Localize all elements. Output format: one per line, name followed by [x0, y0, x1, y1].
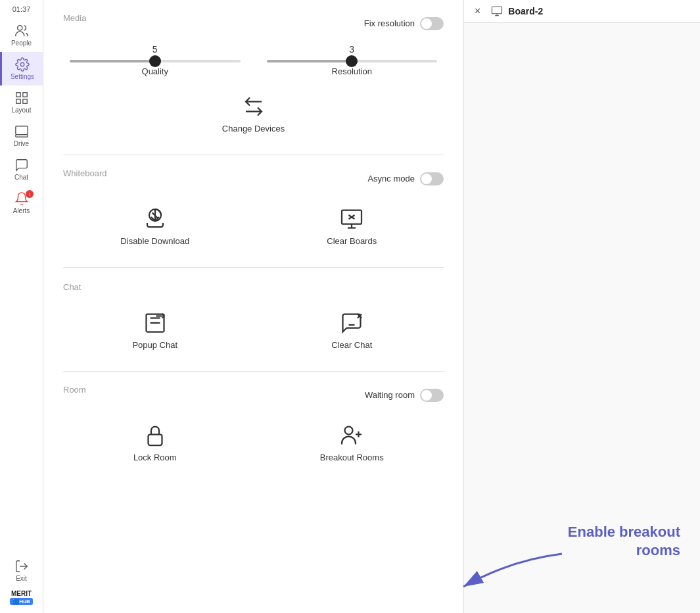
- fix-resolution-row: Fix resolution: [364, 17, 444, 30]
- drive-icon: [14, 124, 29, 139]
- svg-rect-3: [22, 93, 26, 97]
- fix-resolution-toggle[interactable]: [420, 17, 444, 30]
- resolution-slider-group: 3 Resolution: [267, 44, 438, 76]
- svg-rect-5: [22, 99, 26, 103]
- change-devices-icon: [242, 95, 266, 118]
- right-panel: × Board-2 Enable breakout rooms: [464, 0, 700, 613]
- sidebar-item-people-label: People: [11, 39, 32, 47]
- layout-icon: [14, 91, 29, 105]
- popup-chat-button[interactable]: Popup Chat: [63, 303, 247, 358]
- resolution-label: Resolution: [332, 66, 372, 76]
- svg-rect-7: [15, 135, 27, 137]
- clear-chat-label: Clear Chat: [331, 340, 372, 350]
- clear-chat-icon: [340, 311, 363, 335]
- clear-chat-button[interactable]: Clear Chat: [260, 303, 444, 358]
- async-mode-toggle[interactable]: [420, 172, 444, 185]
- resolution-fill: [267, 60, 352, 62]
- disable-download-label: Disable Download: [120, 236, 189, 246]
- async-mode-row: Async mode: [367, 172, 444, 185]
- sidebar-item-settings-label: Settings: [11, 73, 34, 80]
- time-display: 01:37: [12, 5, 31, 13]
- sidebar-item-alerts-label: Alerts: [13, 207, 30, 214]
- clear-boards-label: Clear Boards: [327, 236, 377, 246]
- popup-chat-icon: [143, 311, 167, 335]
- sidebar-item-exit-label: Exit: [16, 575, 27, 582]
- change-devices-label: Change Devices: [222, 124, 285, 134]
- alert-badge: !: [26, 190, 34, 198]
- whiteboard-section-label: Whiteboard: [63, 168, 106, 178]
- svg-point-1: [20, 62, 24, 66]
- media-section: Media Fix resolution 5 Quality 3: [63, 13, 444, 141]
- whiteboard-actions-row: Disable Download Clear Boards: [63, 199, 444, 254]
- settings-panel: Media Fix resolution 5 Quality 3: [43, 0, 464, 613]
- svg-rect-2: [16, 93, 20, 97]
- board-header: × Board-2: [464, 0, 700, 23]
- exit-icon: [14, 559, 29, 574]
- svg-rect-6: [15, 126, 27, 135]
- fix-resolution-label: Fix resolution: [364, 18, 415, 28]
- quality-label: Quality: [142, 66, 168, 76]
- sidebar: 01:37 People Settings Layout: [0, 0, 43, 613]
- resolution-value: 3: [349, 44, 354, 55]
- sidebar-item-layout[interactable]: Layout: [0, 86, 43, 119]
- chat-divider: [63, 371, 444, 372]
- sidebar-item-chat-label: Chat: [14, 174, 28, 181]
- sidebar-item-chat[interactable]: Chat: [0, 153, 43, 186]
- media-divider: [63, 155, 444, 155]
- disable-download-button[interactable]: Disable Download: [63, 199, 247, 254]
- popup-chat-label: Popup Chat: [132, 340, 177, 350]
- sidebar-item-alerts[interactable]: ! Alerts: [0, 186, 43, 220]
- sidebar-item-drive[interactable]: Drive: [0, 119, 43, 153]
- sidebar-item-drive-label: Drive: [14, 140, 29, 147]
- breakout-rooms-label: Breakout Rooms: [320, 453, 384, 462]
- clear-boards-button[interactable]: Clear Boards: [260, 199, 444, 254]
- media-section-label: Media: [63, 13, 86, 23]
- sidebar-item-layout-label: Layout: [11, 107, 31, 114]
- whiteboard-divider: [63, 267, 444, 268]
- sidebar-item-people[interactable]: People: [0, 18, 43, 52]
- sidebar-bottom: Exit MERIT 🟦HuB: [0, 554, 43, 613]
- room-section-label: Room: [63, 385, 86, 395]
- settings-icon: [15, 57, 30, 72]
- svg-rect-20: [148, 435, 162, 446]
- sliders-row: 5 Quality 3 Resolution: [63, 44, 444, 76]
- lock-room-button[interactable]: Lock Room: [63, 416, 247, 470]
- sidebar-item-settings[interactable]: Settings: [0, 52, 43, 86]
- annotation-container: Enable breakout rooms: [536, 523, 680, 560]
- people-icon: [14, 24, 29, 38]
- svg-point-21: [345, 427, 353, 435]
- waiting-room-toggle[interactable]: [420, 389, 444, 402]
- room-actions-row: Lock Room Breakout Rooms: [63, 416, 444, 470]
- async-mode-label: Async mode: [367, 174, 415, 184]
- quality-value: 5: [152, 44, 158, 55]
- chat-actions-row: Popup Chat Clear Chat: [63, 303, 444, 358]
- quality-slider-group: 5 Quality: [70, 44, 241, 76]
- breakout-rooms-button[interactable]: Breakout Rooms: [260, 416, 444, 470]
- svg-point-0: [17, 26, 22, 30]
- change-devices-button[interactable]: Change Devices: [63, 87, 444, 141]
- board-title: Board-2: [508, 6, 543, 16]
- sidebar-item-exit[interactable]: Exit: [0, 554, 43, 587]
- waiting-room-label: Waiting room: [365, 390, 415, 400]
- quality-fill: [70, 60, 155, 62]
- merit-hub-logo: MERIT 🟦HuB: [7, 587, 35, 608]
- lock-room-icon: [143, 424, 167, 447]
- change-devices-row: Change Devices: [63, 87, 444, 141]
- quality-track[interactable]: [70, 60, 241, 62]
- disable-download-icon: [143, 207, 167, 231]
- quality-thumb[interactable]: [149, 55, 161, 67]
- board-icon: [491, 5, 503, 17]
- chat-icon: [14, 158, 29, 172]
- resolution-thumb[interactable]: [346, 55, 358, 67]
- chat-section: Chat Popup Chat: [63, 281, 444, 358]
- chat-section-label: Chat: [63, 282, 81, 292]
- annotation-arrow: [444, 547, 575, 600]
- svg-rect-4: [16, 99, 20, 103]
- clear-boards-icon: [340, 207, 363, 231]
- lock-room-label: Lock Room: [133, 453, 177, 462]
- resolution-track[interactable]: [267, 60, 438, 62]
- board-close-button[interactable]: ×: [475, 5, 480, 17]
- svg-rect-24: [492, 7, 502, 14]
- whiteboard-section: Whiteboard Async mode Disable Download: [63, 168, 444, 254]
- breakout-rooms-icon: [340, 424, 363, 447]
